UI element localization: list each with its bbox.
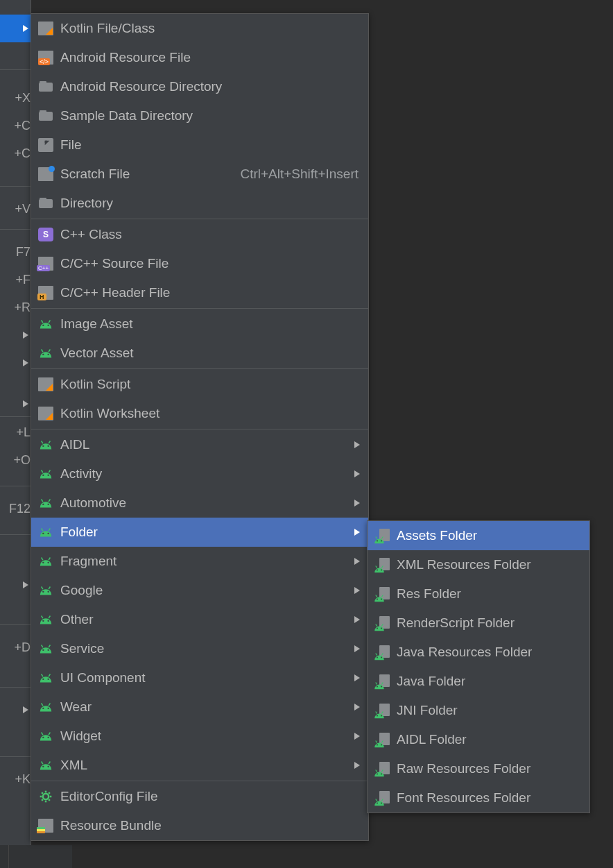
- menu-item-label: Widget: [60, 729, 101, 744]
- menu-item-aidl[interactable]: AIDL: [31, 430, 368, 459]
- menu-separator: [0, 416, 31, 417]
- parent-menu-submenu-row[interactable]: [0, 696, 35, 724]
- menu-item-directory[interactable]: Directory: [31, 189, 368, 218]
- svg-point-78: [381, 628, 382, 629]
- menu-item-kotlin-script[interactable]: Kotlin Script: [31, 370, 368, 399]
- parent-menu-shortcut-row[interactable]: +C: [0, 112, 35, 139]
- svg-point-37: [47, 649, 49, 651]
- menu-item-image-asset[interactable]: Image Asset: [31, 309, 368, 339]
- menu-item-label: Service: [60, 641, 104, 656]
- parent-menu-submenu-row[interactable]: [0, 571, 35, 599]
- menu-item-c-class[interactable]: SC++ Class: [31, 220, 368, 249]
- folder-submenu: Assets FolderXML Resources FolderRes Fol…: [367, 520, 590, 813]
- submenu-item-xml-resources-folder[interactable]: XML Resources Folder: [368, 550, 589, 579]
- menu-item-vector-asset[interactable]: Vector Asset: [31, 339, 368, 368]
- parent-menu-shortcut-row[interactable]: +R: [0, 293, 35, 321]
- menu-item-c-c-source-file[interactable]: C/C++ Source File: [31, 249, 368, 278]
- menu-item-label: EditorConfig File: [60, 789, 157, 804]
- android-folder-icon: [374, 762, 390, 776]
- menu-item-label: Image Asset: [60, 316, 133, 332]
- menu-item-kotlin-worksheet[interactable]: Kotlin Worksheet: [31, 399, 368, 428]
- parent-menu-shortcut-row[interactable]: +F: [0, 266, 35, 293]
- menu-item-widget[interactable]: Widget: [31, 722, 368, 751]
- submenu-item-aidl-folder[interactable]: AIDL Folder: [368, 725, 589, 754]
- parent-menu-shortcut-row[interactable]: +K: [0, 765, 35, 793]
- submenu-item-java-resources-folder[interactable]: Java Resources Folder: [368, 638, 589, 667]
- parent-menu-submenu-row[interactable]: [0, 321, 35, 349]
- menu-item-fragment[interactable]: Fragment: [31, 547, 368, 576]
- submenu-item-jni-folder[interactable]: JNI Folder: [368, 696, 589, 725]
- menu-item-wear[interactable]: Wear: [31, 692, 368, 722]
- editor-gutter: [0, 845, 72, 868]
- android-icon: [38, 729, 53, 744]
- svg-line-34: [42, 616, 43, 619]
- submenu-item-raw-resources-folder[interactable]: Raw Resources Folder: [368, 754, 589, 783]
- kotlin-file-icon: [38, 407, 53, 420]
- svg-point-4: [42, 354, 44, 355]
- svg-point-8: [42, 445, 44, 447]
- menu-item-android-resource-directory[interactable]: Android Resource Directory: [31, 72, 368, 101]
- parent-menu-shortcut-row[interactable]: +L: [0, 418, 35, 446]
- parent-menu-submenu-row[interactable]: [0, 390, 35, 418]
- menu-separator: [0, 534, 31, 535]
- submenu-item-java-folder[interactable]: Java Folder: [368, 667, 589, 696]
- chevron-right-icon: [354, 441, 360, 448]
- svg-line-104: [381, 799, 383, 801]
- parent-menu-shortcut-row[interactable]: F12: [0, 495, 35, 522]
- svg-line-10: [42, 441, 43, 444]
- parent-menu-shortcut-row[interactable]: +V: [0, 195, 35, 223]
- parent-menu-shortcut-row[interactable]: +O: [0, 446, 35, 474]
- menu-item-label: Resource Bundle: [60, 818, 162, 833]
- svg-line-79: [376, 624, 377, 627]
- svg-point-102: [381, 803, 382, 804]
- menu-item-google[interactable]: Google: [31, 576, 368, 605]
- svg-point-70: [381, 570, 382, 571]
- chevron-right-icon: [354, 587, 360, 594]
- submenu-item-res-folder[interactable]: Res Folder: [368, 579, 589, 609]
- svg-point-97: [377, 774, 378, 775]
- menu-item-xml[interactable]: XML: [31, 751, 368, 780]
- menu-item-folder[interactable]: Folder: [31, 518, 368, 547]
- svg-point-1: [47, 325, 49, 326]
- submenu-item-renderscript-folder[interactable]: RenderScript Folder: [368, 609, 589, 638]
- cpp-header-icon: [38, 286, 53, 300]
- parent-menu-shortcut-row[interactable]: +D: [0, 633, 35, 661]
- parent-menu-shortcut-row[interactable]: +X: [0, 84, 35, 112]
- menu-item-label: File: [60, 137, 82, 153]
- android-icon: [38, 437, 53, 452]
- svg-line-39: [49, 645, 50, 648]
- menu-item-c-c-header-file[interactable]: C/C++ Header File: [31, 278, 368, 307]
- svg-point-44: [42, 708, 44, 709]
- chevron-right-icon: [354, 762, 360, 769]
- menu-item-label: Raw Resources Folder: [397, 761, 530, 776]
- menu-item-label: Automotive: [60, 495, 126, 511]
- parent-menu-shortcut-row[interactable]: +C: [0, 139, 35, 167]
- submenu-item-assets-folder[interactable]: Assets Folder: [368, 521, 589, 550]
- menu-item-service[interactable]: Service: [31, 634, 368, 663]
- svg-point-48: [42, 737, 44, 738]
- parent-menu-shortcut-row[interactable]: F7: [0, 238, 35, 266]
- menu-item-label: C/C++ Source File: [60, 256, 169, 271]
- submenu-item-font-resources-folder[interactable]: Font Resources Folder: [368, 783, 589, 812]
- svg-point-69: [377, 570, 378, 571]
- menu-item-other[interactable]: Other: [31, 605, 368, 634]
- parent-menu-submenu-row[interactable]: [0, 15, 35, 42]
- menu-item-android-resource-file[interactable]: Android Resource File: [31, 43, 368, 72]
- svg-point-32: [42, 620, 44, 622]
- parent-menu-submenu-row[interactable]: [0, 349, 35, 377]
- menu-item-resource-bundle[interactable]: Resource Bundle: [31, 811, 368, 840]
- menu-item-label: Kotlin Script: [60, 377, 130, 392]
- menu-item-sample-data-directory[interactable]: Sample Data Directory: [31, 101, 368, 130]
- menu-item-file[interactable]: File: [31, 130, 368, 160]
- menu-item-editorconfig-file[interactable]: EditorConfig File: [31, 782, 368, 811]
- new-file-menu: Kotlin File/ClassAndroid Resource FileAn…: [31, 13, 369, 841]
- menu-item-scratch-file[interactable]: Scratch FileCtrl+Alt+Shift+Insert: [31, 160, 368, 189]
- menu-item-label: RenderScript Folder: [397, 615, 515, 631]
- parent-menu-shortcut-text: +K: [15, 772, 31, 787]
- menu-separator: [0, 186, 31, 187]
- svg-line-46: [42, 704, 43, 706]
- menu-item-automotive[interactable]: Automotive: [31, 488, 368, 518]
- menu-item-activity[interactable]: Activity: [31, 459, 368, 488]
- menu-item-kotlin-file-class[interactable]: Kotlin File/Class: [31, 14, 368, 43]
- menu-item-ui-component[interactable]: UI Component: [31, 663, 368, 692]
